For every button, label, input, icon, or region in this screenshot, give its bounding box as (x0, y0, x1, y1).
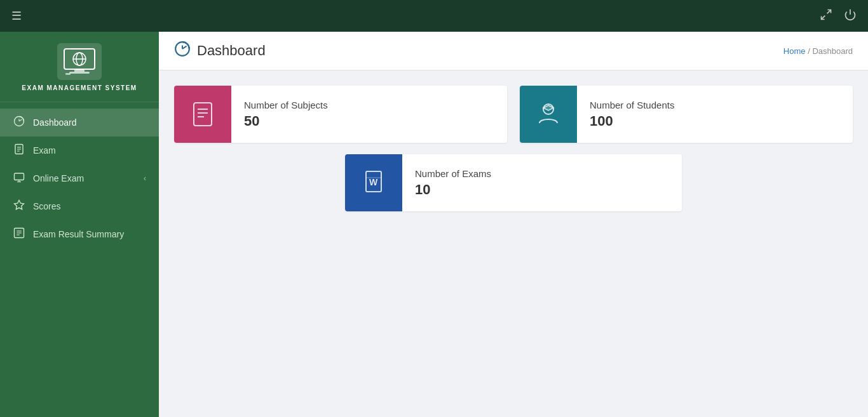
exams-card-body: Number of Exams 10 (402, 159, 504, 207)
svg-line-26 (182, 46, 187, 49)
students-card-body: Number of Students 100 (577, 91, 687, 138)
sidebar-item-scores[interactable]: Scores (0, 192, 159, 220)
sidebar-item-dashboard[interactable]: Dashboard (0, 109, 159, 136)
sidebar-item-dashboard-label: Dashboard (33, 117, 146, 128)
exams-card: W Number of Exams 10 (345, 154, 682, 211)
sidebar-item-scores-label: Scores (33, 201, 146, 211)
svg-line-1 (822, 15, 825, 19)
students-card: Number of Students 100 (520, 86, 853, 143)
result-icon (13, 227, 25, 241)
students-icon-box (520, 86, 577, 143)
svg-line-0 (827, 10, 831, 13)
content-area: Dashboard Home / Dashboard (159, 32, 868, 417)
cards-area: Number of Subjects 50 (159, 70, 868, 227)
sidebar-item-exam-result-summary[interactable]: Exam Result Summary (0, 220, 159, 248)
exams-value: 10 (415, 182, 491, 198)
nav-menu: Dashboard Exam (0, 102, 159, 255)
cards-row-2: W Number of Exams 10 (174, 154, 853, 211)
subjects-value: 50 (244, 113, 328, 129)
sidebar-item-online-exam[interactable]: Online Exam ‹ (0, 164, 159, 192)
content-header: Dashboard Home / Dashboard (159, 32, 868, 70)
sidebar-logo: Exam Management System (0, 32, 159, 102)
sidebar-item-exam-result-summary-label: Exam Result Summary (33, 229, 146, 239)
sidebar-item-online-exam-label: Online Exam (33, 173, 136, 183)
svg-rect-17 (15, 173, 24, 180)
svg-rect-9 (65, 73, 71, 75)
subjects-label: Number of Subjects (244, 100, 328, 110)
topbar-left: ☰ (11, 9, 22, 23)
sidebar: Exam Management System Dashboard (0, 32, 159, 417)
students-label: Number of Students (590, 100, 674, 110)
exams-icon-box: W (345, 154, 402, 211)
students-value: 100 (590, 113, 674, 129)
svg-marker-20 (15, 201, 24, 209)
main-layout: Exam Management System Dashboard (0, 32, 868, 417)
svg-line-11 (19, 119, 22, 121)
topbar-right (820, 8, 857, 24)
sidebar-item-exam-label: Exam (33, 145, 146, 156)
breadcrumb: Home / Dashboard (783, 46, 853, 56)
breadcrumb-current: Dashboard (812, 46, 853, 56)
logo-icon (57, 43, 102, 80)
online-exam-arrow-icon: ‹ (144, 174, 146, 183)
sidebar-item-exam[interactable]: Exam (0, 136, 159, 164)
svg-text:W: W (369, 177, 378, 187)
hamburger-icon[interactable]: ☰ (11, 9, 22, 23)
scores-icon (13, 199, 25, 213)
subjects-card-body: Number of Subjects 50 (231, 91, 341, 138)
online-exam-icon (13, 171, 25, 185)
page-title-row: Dashboard (174, 41, 266, 61)
subjects-icon-box (174, 86, 231, 143)
page-title: Dashboard (197, 43, 266, 59)
svg-rect-28 (194, 103, 212, 126)
svg-rect-8 (69, 72, 90, 74)
fullscreen-icon[interactable] (820, 8, 832, 24)
breadcrumb-home[interactable]: Home (783, 46, 806, 56)
subjects-card: Number of Subjects 50 (174, 86, 507, 143)
svg-rect-7 (74, 69, 85, 72)
cards-row-1: Number of Subjects 50 (174, 86, 853, 143)
exam-icon (13, 143, 25, 157)
power-icon[interactable] (844, 8, 857, 24)
topbar: ☰ (0, 0, 868, 32)
dashboard-title-icon (174, 41, 191, 61)
logo-text: Exam Management System (22, 84, 137, 93)
dashboard-icon (13, 116, 25, 129)
exams-label: Number of Exams (415, 168, 491, 179)
